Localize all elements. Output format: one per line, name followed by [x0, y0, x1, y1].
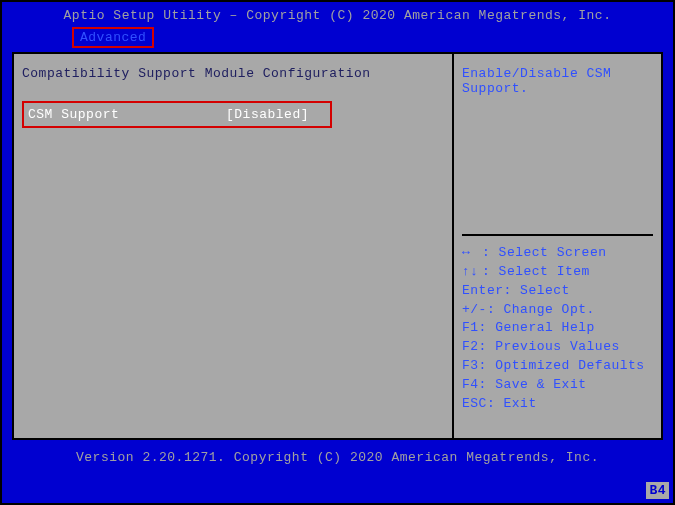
corner-badge: B4: [646, 482, 669, 499]
hint-esc: ESC: Exit: [462, 395, 653, 414]
app-title: Aptio Setup Utility – Copyright (C) 2020…: [2, 6, 673, 25]
hint-enter: Enter: Select: [462, 282, 653, 301]
tab-advanced[interactable]: Advanced: [72, 27, 154, 48]
help-panel: Enable/Disable CSM Support. ↔: Select Sc…: [454, 54, 661, 438]
hint-f3: F3: Optimized Defaults: [462, 357, 653, 376]
setting-label: CSM Support: [28, 107, 226, 122]
help-text: Enable/Disable CSM Support.: [462, 66, 653, 236]
section-title: Compatibility Support Module Configurati…: [22, 66, 444, 81]
hint-f1: F1: General Help: [462, 319, 653, 338]
hint-select-item: ↑↓: Select Item: [462, 263, 653, 282]
hint-list: ↔: Select Screen ↑↓: Select Item Enter: …: [462, 244, 653, 426]
setting-value: [Disabled]: [226, 107, 326, 122]
hint-f4: F4: Save & Exit: [462, 376, 653, 395]
hint-select-screen: ↔: Select Screen: [462, 244, 653, 263]
settings-panel: Compatibility Support Module Configurati…: [14, 54, 454, 438]
hint-change-opt: +/-: Change Opt.: [462, 301, 653, 320]
arrows-lr-icon: ↔: [462, 244, 482, 263]
header-bar: Aptio Setup Utility – Copyright (C) 2020…: [2, 2, 673, 52]
arrows-ud-icon: ↑↓: [462, 263, 482, 282]
hint-f2: F2: Previous Values: [462, 338, 653, 357]
version-text: Version 2.20.1271. Copyright (C) 2020 Am…: [76, 450, 599, 465]
setting-csm-support[interactable]: CSM Support [Disabled]: [22, 101, 332, 128]
main-panel: Compatibility Support Module Configurati…: [12, 52, 663, 440]
tab-row: Advanced: [2, 25, 673, 52]
footer-bar: Version 2.20.1271. Copyright (C) 2020 Am…: [2, 440, 673, 465]
